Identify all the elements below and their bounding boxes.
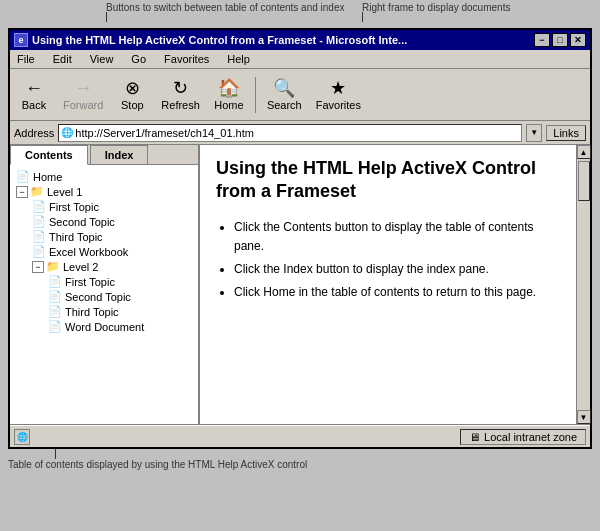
scrollbar: ▲ ▼ xyxy=(576,145,590,424)
status-right: 🖥 Local intranet zone xyxy=(460,429,586,445)
scroll-thumb[interactable] xyxy=(578,161,590,201)
list-item: Click Home in the table of contents to r… xyxy=(234,283,560,302)
address-value: http://Server1/frameset/ch14_01.htm xyxy=(75,127,254,139)
window-controls: − □ ✕ xyxy=(534,33,586,47)
stop-icon: ⊗ xyxy=(125,79,140,97)
status-left: 🌐 xyxy=(14,429,30,445)
toolbar: ← Back → Forward ⊗ Stop ↻ Refresh 🏠 Home… xyxy=(10,69,590,121)
refresh-icon: ↻ xyxy=(173,79,188,97)
status-icon-small: 🖥 xyxy=(469,431,480,443)
tab-contents[interactable]: Contents xyxy=(10,145,88,165)
status-icon: 🌐 xyxy=(14,429,30,445)
home-label: Home xyxy=(214,99,243,111)
tree-toggle[interactable]: − xyxy=(32,261,44,273)
list-item[interactable]: 📄 Second Topic xyxy=(12,289,196,304)
tree-node-label: Third Topic xyxy=(65,306,119,318)
menu-view[interactable]: View xyxy=(87,52,117,66)
tree-node-label: Level 2 xyxy=(63,261,98,273)
tree-node-label: Level 1 xyxy=(47,186,82,198)
scroll-down-button[interactable]: ▼ xyxy=(577,410,591,424)
list-item: Click the Index button to display the in… xyxy=(234,260,560,279)
address-input[interactable]: 🌐 http://Server1/frameset/ch14_01.htm xyxy=(58,124,522,142)
home-icon: 🏠 xyxy=(218,79,240,97)
content-list: Click the Contents button to display the… xyxy=(234,218,560,303)
document-icon: 📄 xyxy=(48,275,62,288)
list-item: Click the Contents button to display the… xyxy=(234,218,560,256)
address-label: Address xyxy=(14,127,54,139)
tree-toggle[interactable]: − xyxy=(16,186,28,198)
tree-node-label: Word Document xyxy=(65,321,144,333)
main-content: Contents Index 📄 Home − 📁 Level 1 xyxy=(10,145,590,425)
forward-button[interactable]: → Forward xyxy=(58,73,108,117)
document-icon: 📄 xyxy=(16,170,30,183)
list-item[interactable]: 📄 Third Topic xyxy=(12,229,196,244)
document-icon: 📄 xyxy=(48,290,62,303)
scroll-up-button[interactable]: ▲ xyxy=(577,145,591,159)
status-text: Local intranet zone xyxy=(484,431,577,443)
list-item[interactable]: 📄 First Topic xyxy=(12,274,196,289)
tree-node-label: Third Topic xyxy=(49,231,103,243)
home-button[interactable]: 🏠 Home xyxy=(209,73,249,117)
list-item[interactable]: 📄 Word Document xyxy=(12,319,196,334)
document-icon: 📄 xyxy=(32,245,46,258)
menu-favorites[interactable]: Favorites xyxy=(161,52,212,66)
page-title: Using the HTML Help ActiveX Control from… xyxy=(216,157,560,204)
list-item[interactable]: 📄 Second Topic xyxy=(12,214,196,229)
stop-label: Stop xyxy=(121,99,144,111)
menu-file[interactable]: File xyxy=(14,52,38,66)
menu-help[interactable]: Help xyxy=(224,52,253,66)
folder-icon: 📁 xyxy=(30,185,44,198)
favorites-button[interactable]: ★ Favorites xyxy=(311,73,366,117)
tab-bar: Contents Index xyxy=(10,145,198,165)
back-label: Back xyxy=(22,99,46,111)
annotation-top-left: Buttons to switch between table of conte… xyxy=(106,2,345,13)
restore-button[interactable]: □ xyxy=(552,33,568,47)
document-icon: 📄 xyxy=(32,230,46,243)
tree-node-label: Second Topic xyxy=(65,291,131,303)
tree-node-label: Second Topic xyxy=(49,216,115,228)
right-panel: Using the HTML Help ActiveX Control from… xyxy=(200,145,576,424)
list-item[interactable]: 📄 First Topic xyxy=(12,199,196,214)
list-item[interactable]: − 📁 Level 1 xyxy=(12,184,196,199)
title-bar: e Using the HTML Help ActiveX Control fr… xyxy=(10,30,590,50)
list-item[interactable]: − 📁 Level 2 xyxy=(12,259,196,274)
list-item[interactable]: 📄 Excel Workbook xyxy=(12,244,196,259)
annotation-bottom: Table of contents displayed by using the… xyxy=(8,459,307,470)
stop-button[interactable]: ⊗ Stop xyxy=(112,73,152,117)
tree-node-label: First Topic xyxy=(65,276,115,288)
list-item[interactable]: 📄 Third Topic xyxy=(12,304,196,319)
forward-label: Forward xyxy=(63,99,103,111)
window-title: Using the HTML Help ActiveX Control from… xyxy=(32,34,407,46)
close-button[interactable]: ✕ xyxy=(570,33,586,47)
favorites-label: Favorites xyxy=(316,99,361,111)
search-button[interactable]: 🔍 Search xyxy=(262,73,307,117)
tree-node-label: Excel Workbook xyxy=(49,246,128,258)
search-icon: 🔍 xyxy=(273,79,295,97)
left-panel: Contents Index 📄 Home − 📁 Level 1 xyxy=(10,145,200,424)
links-button[interactable]: Links xyxy=(546,125,586,141)
tab-index[interactable]: Index xyxy=(90,145,149,164)
document-icon: 📄 xyxy=(48,320,62,333)
address-dropdown[interactable]: ▼ xyxy=(526,124,542,142)
document-icon: 📄 xyxy=(32,215,46,228)
right-area: Using the HTML Help ActiveX Control from… xyxy=(200,145,590,424)
list-item[interactable]: 📄 Home xyxy=(12,169,196,184)
tree-node-label: Home xyxy=(33,171,62,183)
minimize-button[interactable]: − xyxy=(534,33,550,47)
status-bar: 🌐 🖥 Local intranet zone xyxy=(10,425,590,447)
search-label: Search xyxy=(267,99,302,111)
browser-icon: e xyxy=(14,33,28,47)
favorites-icon: ★ xyxy=(330,79,346,97)
page-icon: 🌐 xyxy=(61,127,73,138)
document-icon: 📄 xyxy=(48,305,62,318)
menu-go[interactable]: Go xyxy=(128,52,149,66)
menu-edit[interactable]: Edit xyxy=(50,52,75,66)
refresh-button[interactable]: ↻ Refresh xyxy=(156,73,205,117)
tree-node-label: First Topic xyxy=(49,201,99,213)
forward-icon: → xyxy=(74,79,92,97)
back-button[interactable]: ← Back xyxy=(14,73,54,117)
toolbar-separator xyxy=(255,77,256,113)
menu-bar: File Edit View Go Favorites Help xyxy=(10,50,590,69)
document-icon: 📄 xyxy=(32,200,46,213)
back-icon: ← xyxy=(25,79,43,97)
